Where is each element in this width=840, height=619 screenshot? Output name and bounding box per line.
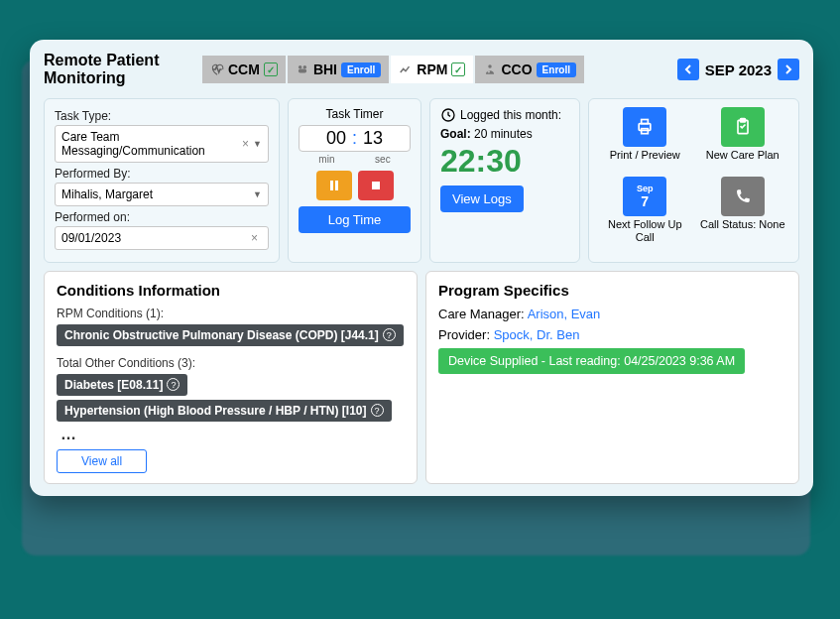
- rpm-conditions-label: RPM Conditions (1):: [57, 307, 405, 320]
- header: Remote Patient Monitoring CCM ✓ BHI Enro…: [44, 52, 799, 88]
- chevron-right-icon: [784, 64, 792, 74]
- page-title: Remote Patient Monitoring: [44, 52, 192, 88]
- doctor-icon: [483, 62, 497, 76]
- check-icon: ✓: [264, 62, 278, 76]
- new-care-plan-button[interactable]: [721, 107, 765, 147]
- conditions-card: Conditions Information RPM Conditions (1…: [44, 271, 418, 484]
- task-type-label: Task Type:: [55, 109, 269, 123]
- timer-panel: Task Timer 00 : 13 min sec Log Time: [288, 98, 421, 263]
- call-status-button[interactable]: [721, 177, 765, 216]
- svg-point-3: [489, 65, 493, 69]
- logged-total: 22:30: [440, 143, 569, 180]
- svg-rect-5: [488, 71, 490, 72]
- phone-icon: [734, 187, 752, 205]
- condition-chip[interactable]: Chronic Obstructive Pulmonary Disease (C…: [57, 324, 404, 346]
- tab-bhi[interactable]: BHI Enroll: [288, 56, 389, 83]
- app-window: Remote Patient Monitoring CCM ✓ BHI Enro…: [30, 40, 813, 496]
- svg-rect-14: [740, 118, 745, 121]
- timer-sec: 13: [363, 128, 383, 149]
- device-banner: Device Supplied - Last reading: 04/25/20…: [438, 348, 745, 374]
- pause-button[interactable]: [316, 171, 352, 200]
- tab-label: CCO: [501, 62, 532, 77]
- svg-rect-11: [642, 119, 649, 123]
- goal-row: Goal: 20 minutes: [440, 127, 569, 141]
- program-header: Program Specifics: [438, 282, 786, 299]
- task-panel: Task Type: Care Team Messaging/Communica…: [44, 98, 280, 263]
- brain-icon: [296, 62, 309, 76]
- tab-ccm[interactable]: CCM ✓: [202, 56, 286, 83]
- program-tabs: CCM ✓ BHI Enroll RPM ✓: [202, 56, 584, 83]
- prev-month-button[interactable]: [677, 59, 699, 80]
- month-nav: SEP 2023: [677, 59, 799, 80]
- clock-icon: [440, 107, 456, 123]
- task-type-select[interactable]: Care Team Messaging/Communication × ▼: [55, 125, 269, 163]
- tab-label: CCM: [228, 62, 260, 77]
- other-conditions-label: Total Other Conditions (3):: [57, 356, 405, 370]
- view-all-button[interactable]: View all: [57, 449, 147, 473]
- svg-rect-12: [642, 128, 649, 133]
- chevron-down-icon: ▼: [253, 189, 262, 199]
- clear-icon[interactable]: ×: [247, 231, 262, 245]
- logged-header: Logged this month:: [460, 108, 561, 122]
- performed-on-input[interactable]: 09/01/2023 ×: [55, 226, 269, 250]
- tab-cco[interactable]: CCO Enroll: [475, 56, 583, 83]
- help-icon[interactable]: ?: [371, 404, 384, 417]
- svg-rect-7: [335, 181, 338, 190]
- care-manager-link[interactable]: Arison, Evan: [528, 307, 601, 321]
- next-followup-button[interactable]: Sep 7: [623, 177, 666, 216]
- conditions-header: Conditions Information: [57, 282, 405, 299]
- svg-point-0: [299, 65, 302, 69]
- stop-icon: [370, 180, 382, 191]
- help-icon[interactable]: ?: [167, 378, 180, 391]
- view-logs-button[interactable]: View Logs: [440, 186, 524, 212]
- stop-button[interactable]: [358, 171, 394, 200]
- tab-label: BHI: [313, 62, 337, 77]
- more-indicator: …: [57, 426, 76, 442]
- timer-header: Task Timer: [299, 107, 411, 121]
- program-card: Program Specifics Care Manager: Arison, …: [425, 271, 799, 484]
- check-icon: ✓: [451, 62, 465, 76]
- care-manager-row: Care Manager: Arison, Evan: [438, 307, 786, 321]
- chevron-left-icon: [684, 64, 692, 74]
- heart-icon: [210, 62, 224, 76]
- clipboard-icon: [733, 117, 753, 137]
- timer-min: 00: [326, 128, 346, 149]
- log-time-button[interactable]: Log Time: [299, 206, 411, 233]
- condition-chip[interactable]: Hypertension (High Blood Pressure / HBP …: [57, 400, 392, 422]
- performed-by-label: Performed By:: [55, 167, 269, 181]
- print-icon: [635, 117, 655, 137]
- enroll-badge[interactable]: Enroll: [537, 62, 576, 77]
- svg-rect-6: [330, 181, 333, 190]
- provider-row: Provider: Spock, Dr. Ben: [438, 327, 786, 342]
- month-label: SEP 2023: [705, 62, 772, 78]
- action-tiles: Print / Preview New Care Plan Sep 7 Next…: [588, 98, 799, 263]
- clear-icon[interactable]: ×: [238, 137, 253, 151]
- performed-by-select[interactable]: Mihalis, Margaret ▼: [55, 183, 269, 206]
- pause-icon: [328, 180, 340, 191]
- provider-link[interactable]: Spock, Dr. Ben: [494, 327, 580, 342]
- tab-rpm[interactable]: RPM ✓: [391, 56, 473, 83]
- chart-icon: [399, 62, 413, 76]
- chevron-down-icon: ▼: [253, 139, 262, 149]
- print-preview-button[interactable]: [623, 107, 666, 147]
- enroll-badge[interactable]: Enroll: [341, 62, 381, 77]
- next-month-button[interactable]: [778, 59, 799, 80]
- timer-display: 00 : 13: [299, 125, 411, 152]
- svg-rect-8: [372, 182, 380, 189]
- tab-label: RPM: [417, 62, 447, 77]
- performed-on-label: Performed on:: [55, 210, 269, 224]
- svg-rect-2: [299, 69, 306, 73]
- logged-panel: Logged this month: Goal: 20 minutes 22:3…: [429, 98, 580, 263]
- condition-chip[interactable]: Diabetes [E08.11] ?: [57, 374, 187, 396]
- help-icon[interactable]: ?: [383, 328, 396, 341]
- svg-point-1: [302, 65, 306, 69]
